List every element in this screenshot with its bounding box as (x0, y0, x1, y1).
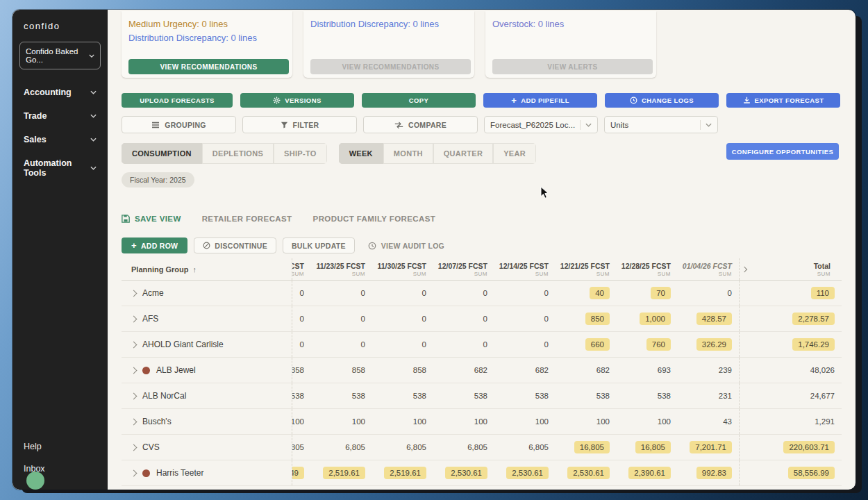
forecast-cell[interactable]: 538 (617, 383, 678, 408)
column-header[interactable]: 01/04/26 FCSTSUM (678, 258, 739, 280)
forecast-cell[interactable]: 2,390.61 (617, 460, 678, 485)
copy-button[interactable]: COPY (362, 93, 476, 108)
forecast-cell[interactable]: 16,805 (556, 435, 617, 460)
forecast-cell[interactable]: 858 (292, 358, 311, 383)
planning-group-cell[interactable]: Harris Teeter (122, 460, 292, 485)
forecast-cell[interactable]: 660 (556, 332, 617, 357)
column-header[interactable]: 12/07/25 FCSTSUM (433, 258, 494, 280)
forecast-cell[interactable]: 0 (494, 281, 556, 306)
forecast-cell[interactable]: 428.57 (678, 306, 739, 331)
forecast-cell[interactable]: 100 (311, 409, 372, 434)
forecast-cell[interactable]: 682 (556, 358, 617, 383)
column-header[interactable]: FCSTSUM (292, 258, 311, 280)
grouping-button[interactable]: GROUPING (122, 116, 236, 133)
forecast-cell[interactable]: 538 (292, 383, 311, 408)
planning-group-cell[interactable]: ALB NorCal (122, 383, 292, 408)
forecast-cell[interactable]: 40 (556, 281, 617, 306)
forecast-cell[interactable]: 682 (433, 358, 494, 383)
forecast-cell[interactable]: 0 (678, 281, 739, 306)
forecast-cell[interactable]: 6,805 (494, 435, 556, 460)
forecast-cell[interactable]: 6,805 (433, 435, 494, 460)
sidebar-item-sales[interactable]: Sales (12, 128, 108, 151)
forecast-cell[interactable]: 693 (617, 358, 678, 383)
expand-row-icon[interactable] (131, 469, 137, 476)
forecast-cell[interactable]: 6,805 (372, 435, 433, 460)
tab-quarter[interactable]: QUARTER (433, 143, 494, 164)
forecast-cell[interactable]: 6,805 (311, 435, 372, 460)
compare-button[interactable]: COMPARE (363, 116, 478, 133)
configure-opportunities-button[interactable]: CONFIGURE OPPORTUNITIES (726, 143, 839, 160)
forecast-cell[interactable]: 2,530.61 (433, 460, 494, 485)
forecast-cell[interactable]: 100 (433, 409, 494, 434)
forecast-cell[interactable]: 0 (494, 306, 556, 331)
retailer-forecast-link[interactable]: RETAILER FORECAST (202, 215, 292, 223)
forecast-cell[interactable]: 0 (311, 281, 372, 306)
add-pipefill-button[interactable]: +ADD PIPEFILL (483, 93, 597, 108)
tab-month[interactable]: MONTH (383, 143, 433, 164)
expand-row-icon[interactable] (131, 367, 137, 374)
forecast-cell[interactable]: 538 (311, 383, 372, 408)
forecast-cell[interactable]: 100 (372, 409, 433, 434)
forecast-cell[interactable]: 70 (617, 281, 678, 306)
expand-row-icon[interactable] (131, 444, 137, 451)
units-select[interactable]: Units (604, 116, 718, 133)
forecast-cell[interactable]: 858 (311, 358, 372, 383)
forecast-cell[interactable]: 100 (617, 409, 678, 434)
forecast-cell[interactable]: 0 (372, 332, 433, 357)
discontinue-button[interactable]: DISCONTINUE (194, 238, 276, 253)
planning-group-cell[interactable]: AHOLD Giant Carlisle (122, 332, 292, 357)
forecast-cell[interactable]: 0 (433, 332, 494, 357)
sidebar-item-automation-tools[interactable]: Automation Tools (12, 151, 108, 185)
export-forecast-button[interactable]: EXPORT FORECAST (726, 93, 840, 108)
view-recommendations-button[interactable]: VIEW RECOMMENDATIONS (128, 59, 289, 74)
planning-group-cell[interactable]: Acme (122, 281, 292, 306)
expand-row-icon[interactable] (131, 315, 137, 322)
user-avatar[interactable] (26, 472, 44, 490)
column-header[interactable]: 12/21/25 FCSTSUM (556, 258, 617, 280)
org-selector[interactable]: Confido Baked Go... (19, 42, 101, 69)
upload-forecasts-button[interactable]: UPLOAD FORECASTS (122, 93, 233, 108)
forecast-cell[interactable]: 1,000 (617, 306, 678, 331)
expand-row-icon[interactable] (131, 290, 137, 297)
forecast-cell[interactable]: 760 (617, 332, 678, 357)
planning-group-cell[interactable]: CVS (122, 435, 292, 460)
scroll-right-icon[interactable] (739, 258, 749, 280)
forecast-cell[interactable]: 43 (678, 409, 739, 434)
forecast-version-select[interactable]: Forecast_P62025 Loc... (484, 116, 598, 133)
forecast-cell[interactable]: 0 (292, 281, 311, 306)
forecast-cell[interactable]: 2,519.61 (372, 460, 433, 485)
forecast-cell[interactable]: 538 (372, 383, 433, 408)
forecast-cell[interactable]: 2,278.57 (749, 306, 842, 331)
column-header[interactable]: 11/23/25 FCSTSUM (311, 258, 372, 280)
fiscal-year-chip[interactable]: Fiscal Year: 2025 (122, 172, 194, 188)
forecast-cell[interactable]: 100 (556, 409, 617, 434)
column-header[interactable]: 12/28/25 FCSTSUM (617, 258, 678, 280)
forecast-cell[interactable]: 0 (292, 306, 311, 331)
bulk-update-button[interactable]: BULK UPDATE (283, 238, 355, 253)
forecast-cell[interactable]: 2,519.61 (311, 460, 372, 485)
expand-row-icon[interactable] (131, 392, 137, 399)
save-view-button[interactable]: SAVE VIEW (122, 215, 181, 223)
forecast-cell[interactable]: 58,556.99 (749, 460, 842, 485)
forecast-cell[interactable]: 858 (372, 358, 433, 383)
forecast-cell[interactable]: 2,530.61 (556, 460, 617, 485)
forecast-cell[interactable]: 538 (433, 383, 494, 408)
sidebar-item-help[interactable]: Help (12, 435, 108, 458)
change-logs-button[interactable]: CHANGE LOGS (605, 93, 719, 108)
forecast-cell[interactable]: 100 (292, 409, 311, 434)
forecast-cell[interactable]: 48,026 (749, 358, 842, 383)
column-header-planning-group[interactable]: Planning Group↑ (122, 258, 292, 280)
planning-group-cell[interactable]: Busch's (122, 409, 292, 434)
planning-group-cell[interactable]: ALB Jewel (122, 358, 292, 383)
tab-depletions[interactable]: DEPLETIONS (202, 143, 274, 164)
filter-button[interactable]: FILTER (242, 116, 357, 133)
forecast-cell[interactable]: 16,805 (617, 435, 678, 460)
forecast-cell[interactable]: 682 (494, 358, 556, 383)
forecast-cell[interactable]: 1,746.29 (749, 332, 842, 357)
expand-row-icon[interactable] (131, 418, 137, 425)
forecast-cell[interactable]: 0 (372, 306, 433, 331)
forecast-cell[interactable]: 538 (556, 383, 617, 408)
tab-week[interactable]: WEEK (339, 143, 383, 164)
forecast-cell[interactable]: 6,805 (292, 435, 311, 460)
sidebar-item-trade[interactable]: Trade (12, 104, 108, 128)
